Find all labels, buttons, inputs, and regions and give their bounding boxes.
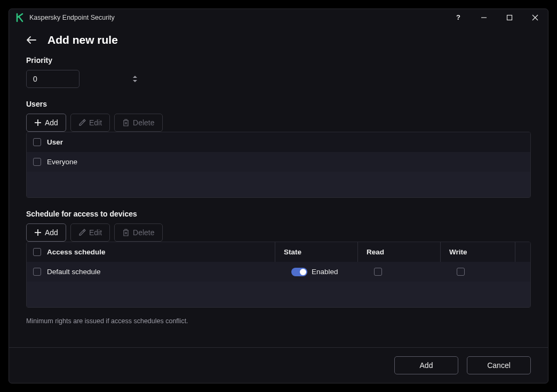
schedule-table-empty	[27, 282, 530, 307]
schedule-col-end	[515, 242, 530, 262]
app-logo	[15, 13, 25, 22]
users-add-label: Add	[45, 118, 58, 127]
app-title: Kaspersky Endpoint Security	[29, 14, 445, 21]
svg-text:?: ?	[456, 14, 460, 21]
priority-stepper[interactable]	[26, 70, 79, 88]
schedule-table-header: Access schedule State Read Write	[27, 242, 530, 262]
schedule-row-name: Default schedule	[47, 268, 283, 276]
schedule-delete-label: Delete	[133, 228, 154, 237]
priority-input[interactable]	[27, 70, 133, 87]
schedule-read-checkbox[interactable]	[374, 268, 382, 276]
schedule-col-read: Read	[357, 242, 440, 262]
users-toolbar: Add Edit Delete	[26, 114, 531, 132]
close-button[interactable]	[522, 9, 548, 26]
schedule-select-all-checkbox[interactable]	[33, 248, 41, 256]
schedule-write-checkbox[interactable]	[457, 268, 465, 276]
priority-down-icon[interactable]	[133, 80, 137, 82]
schedule-table-row[interactable]: Default schedule Enabled	[27, 262, 530, 282]
help-button[interactable]: ?	[445, 9, 471, 26]
priority-up-icon[interactable]	[133, 76, 137, 78]
users-table-empty	[27, 172, 530, 197]
footer-cancel-button[interactable]: Cancel	[467, 356, 531, 374]
maximize-button[interactable]	[497, 9, 522, 26]
content: Priority Users Add Edit	[9, 50, 548, 347]
schedule-row-checkbox[interactable]	[33, 268, 41, 276]
schedule-add-label: Add	[45, 228, 58, 237]
minimize-button[interactable]	[471, 9, 497, 26]
app-window: Kaspersky Endpoint Security ? Add new ru…	[9, 9, 548, 383]
users-col-user: User	[47, 138, 530, 146]
schedule-col-name: Access schedule	[47, 248, 275, 256]
page-header: Add new rule	[9, 26, 548, 50]
users-delete-label: Delete	[133, 118, 154, 127]
footer-add-button[interactable]: Add	[394, 356, 458, 374]
users-select-all-checkbox[interactable]	[33, 138, 41, 146]
window-controls: ?	[445, 9, 548, 26]
page-title: Add new rule	[47, 34, 118, 46]
users-edit-button: Edit	[70, 114, 110, 132]
schedule-add-button[interactable]: Add	[26, 223, 66, 242]
schedule-state-label: Enabled	[312, 268, 338, 276]
schedule-edit-label: Edit	[89, 228, 102, 237]
titlebar: Kaspersky Endpoint Security ?	[9, 9, 548, 26]
users-delete-button: Delete	[114, 114, 162, 132]
schedule-state-toggle[interactable]	[291, 268, 307, 276]
users-table-row[interactable]: Everyone	[27, 152, 530, 172]
svg-rect-2	[507, 15, 512, 20]
users-add-button[interactable]: Add	[26, 114, 66, 132]
schedule-col-state: State	[275, 242, 357, 262]
schedule-edit-button: Edit	[70, 223, 110, 242]
users-table-header: User	[27, 132, 530, 152]
schedule-delete-button: Delete	[114, 223, 162, 242]
footer: Add Cancel	[9, 347, 548, 383]
schedule-table: Access schedule State Read Write Default…	[26, 242, 531, 308]
users-table: User Everyone	[26, 132, 531, 198]
users-row-checkbox[interactable]	[33, 158, 41, 166]
schedule-label: Schedule for access to devices	[26, 210, 531, 218]
users-label: Users	[26, 100, 531, 108]
schedule-col-write: Write	[440, 242, 515, 262]
back-button[interactable]	[26, 36, 37, 44]
users-row-name: Everyone	[47, 158, 530, 166]
users-edit-label: Edit	[89, 118, 102, 127]
hint-text: Minimum rights are issued if access sche…	[26, 317, 531, 325]
schedule-toolbar: Add Edit Delete	[26, 223, 531, 242]
priority-label: Priority	[26, 56, 531, 65]
